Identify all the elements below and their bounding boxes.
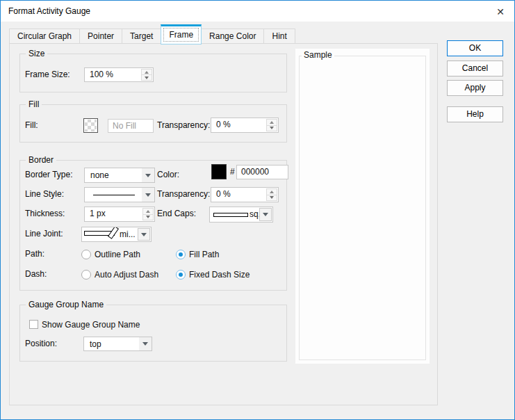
show-gauge-group-name-checkbox[interactable] — [29, 320, 38, 329]
border-transparency-spinner[interactable]: 0 % — [211, 187, 279, 202]
chevron-down-icon[interactable] — [139, 337, 152, 350]
spinner-up-icon[interactable] — [142, 208, 154, 215]
sample-group-title: Sample — [302, 50, 334, 60]
chevron-down-icon[interactable] — [138, 228, 150, 241]
help-button[interactable]: Help — [447, 106, 503, 122]
fill-pattern-swatch-icon[interactable] — [83, 118, 98, 133]
titlebar: Format Activity Gauge ✕ — [1, 1, 514, 22]
miter-joint-glyph — [83, 227, 120, 242]
border-group-title: Border — [26, 155, 56, 165]
spinner-up-icon[interactable] — [141, 69, 152, 75]
tab-target[interactable]: Target — [122, 29, 161, 44]
frame-size-label: Frame Size: — [25, 67, 70, 82]
line-joint-label: Line Joint: — [25, 227, 63, 241]
gauge-group-name-group: Gauge Group Name Show Gauge Group Name P… — [19, 305, 287, 362]
gauge-group-name-title: Gauge Group Name — [26, 300, 106, 309]
border-type-dropdown[interactable]: none — [84, 168, 155, 183]
position-label: Position: — [25, 337, 57, 351]
spinner-up-icon[interactable] — [266, 119, 277, 126]
apply-button[interactable]: Apply — [447, 80, 503, 96]
cancel-button[interactable]: Cancel — [447, 60, 503, 76]
chevron-down-icon[interactable] — [259, 208, 272, 221]
square-cap-line-glyph — [213, 213, 248, 217]
outline-path-radio-label[interactable]: Outline Path — [95, 250, 140, 260]
thickness-label: Thickness: — [25, 207, 65, 221]
outline-path-radio[interactable] — [81, 250, 91, 259]
size-group: Size Frame Size: 100 % — [19, 54, 287, 92]
fixed-dash-size-radio[interactable] — [176, 270, 186, 280]
sample-group: Sample — [295, 49, 430, 364]
end-caps-dropdown[interactable]: sq... — [209, 207, 273, 223]
border-transparency-label: Transparency: — [157, 187, 210, 202]
end-caps-label: End Caps: — [157, 207, 196, 221]
line-style-dropdown[interactable] — [84, 187, 155, 202]
show-gauge-group-name-label[interactable]: Show Gauge Group Name — [42, 320, 140, 330]
fill-value-field[interactable]: No Fill — [108, 119, 154, 133]
tab-circular-graph[interactable]: Circular Graph — [9, 29, 80, 44]
fill-path-radio[interactable] — [176, 250, 186, 259]
dash-label: Dash: — [25, 267, 47, 282]
fill-transparency-value: 0 % — [216, 119, 231, 131]
fixed-dash-size-radio-label[interactable]: Fixed Dash Size — [189, 270, 250, 280]
auto-adjust-dash-radio-label[interactable]: Auto Adjust Dash — [95, 270, 158, 280]
ok-button[interactable]: OK — [447, 40, 503, 56]
tab-strip: Circular Graph Pointer Target Frame Rang… — [9, 24, 295, 44]
tab-range-color[interactable]: Range Color — [201, 29, 264, 44]
auto-adjust-dash-radio[interactable] — [81, 270, 91, 280]
chevron-down-icon[interactable] — [142, 168, 154, 182]
fill-label: Fill: — [25, 118, 38, 133]
border-color-swatch[interactable] — [211, 164, 227, 179]
tab-frame[interactable]: Frame — [161, 24, 202, 45]
border-group: Border Border Type: none Color: # 000000… — [19, 160, 287, 291]
position-value: top — [90, 338, 101, 350]
format-activity-gauge-dialog: Format Activity Gauge ✕ Circular Graph P… — [0, 0, 515, 420]
spinner-down-icon[interactable] — [266, 195, 277, 202]
thickness-value: 1 px — [90, 208, 106, 220]
position-dropdown[interactable]: top — [83, 337, 152, 351]
fill-path-radio-label[interactable]: Fill Path — [189, 250, 219, 260]
solid-line-glyph — [93, 195, 135, 195]
sample-preview-area — [299, 56, 426, 360]
border-type-value: none — [90, 169, 109, 181]
frame-tab-page: Size Frame Size: 100 % Fill Fill: No Fil… — [9, 43, 438, 405]
dialog-title: Format Activity Gauge — [8, 6, 90, 16]
spinner-down-icon[interactable] — [141, 75, 152, 81]
spinner-down-icon[interactable] — [266, 126, 277, 132]
line-joint-value: mi... — [120, 228, 136, 241]
tab-pointer[interactable]: Pointer — [79, 29, 122, 44]
size-group-title: Size — [26, 49, 47, 58]
fill-transparency-label: Transparency: — [157, 118, 210, 133]
frame-size-spinner[interactable]: 100 % — [84, 67, 154, 82]
thickness-spinner[interactable]: 1 px — [84, 207, 155, 222]
border-color-label: Color: — [157, 168, 179, 182]
line-joint-dropdown[interactable]: mi... — [81, 227, 152, 242]
fill-transparency-spinner[interactable]: 0 % — [211, 118, 279, 133]
border-transparency-value: 0 % — [216, 188, 231, 200]
path-label: Path: — [25, 247, 44, 261]
spinner-down-icon[interactable] — [142, 215, 154, 221]
frame-size-value: 100 % — [90, 69, 113, 81]
border-color-hash: # — [230, 165, 235, 179]
border-type-label: Border Type: — [25, 168, 72, 182]
line-style-label: Line Style: — [25, 187, 64, 202]
border-color-hex-field[interactable]: 000000 — [236, 165, 288, 179]
chevron-down-icon[interactable] — [142, 188, 154, 202]
tab-hint[interactable]: Hint — [263, 29, 295, 44]
fill-group-title: Fill — [26, 99, 42, 109]
fill-group: Fill Fill: No Fill Transparency: 0 % — [19, 104, 287, 143]
close-icon[interactable]: ✕ — [493, 4, 508, 19]
spinner-up-icon[interactable] — [266, 188, 277, 195]
